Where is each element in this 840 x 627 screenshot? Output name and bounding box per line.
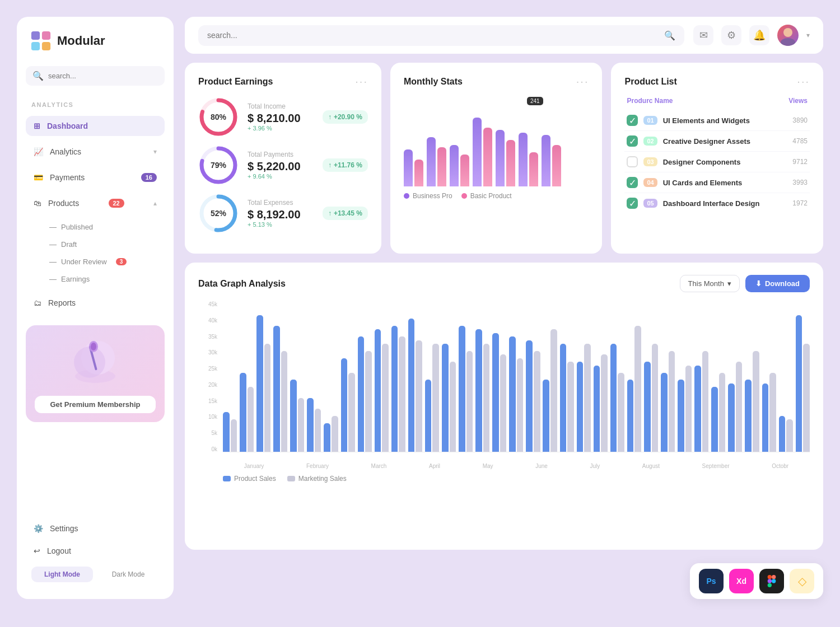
earnings-card-menu[interactable]: ··· — [355, 75, 368, 88]
sidebar-item-dashboard[interactable]: ⊞ Dashboard — [26, 116, 165, 136]
svg-point-6 — [74, 347, 105, 378]
big-chart: 45k40k35k30k25k20k15k10k5k0k — [198, 301, 810, 469]
big-bar-group-20 — [560, 344, 574, 452]
big-bar-blue-21 — [577, 362, 584, 452]
big-bar-group-4 — [290, 380, 304, 452]
big-bar-blue-24 — [627, 380, 634, 452]
product-name-1: Creative Designer Assets — [663, 137, 787, 146]
big-bar-gray-33 — [786, 419, 793, 452]
svg-rect-21 — [768, 579, 772, 583]
product-list-item-2: 03 Designer Components 9712 — [624, 152, 810, 172]
earnings-card-header: Product Earnings ··· — [198, 75, 368, 88]
photoshop-icon[interactable]: Ps — [699, 569, 724, 593]
subnav-draft[interactable]: — Draft — [43, 236, 165, 252]
earnings-label-2: Total Expenses — [248, 199, 314, 207]
product-checkbox-0[interactable]: ✓ — [627, 115, 638, 126]
light-mode-button[interactable]: Light Mode — [31, 567, 93, 582]
bar-purple-4 — [496, 130, 505, 186]
premium-illustration — [67, 334, 123, 390]
subnav-published[interactable]: — Published — [43, 219, 165, 235]
earnings-value-2: $ 8,192.00 — [248, 208, 314, 221]
big-bar-blue-32 — [762, 383, 769, 452]
bar-pink-6 — [552, 145, 561, 186]
product-checkbox-2[interactable] — [627, 156, 638, 167]
topbar-search-bar[interactable]: 🔍 — [198, 25, 684, 46]
subnav-under-review[interactable]: — Under Review 3 — [43, 254, 165, 270]
subnav-earnings[interactable]: — Earnings — [43, 271, 165, 287]
sidebar-item-logout-label: Logout — [47, 546, 71, 555]
bag-icon: 🛍 — [34, 199, 41, 208]
stats-card-menu[interactable]: ··· — [576, 75, 589, 88]
sidebar: Modular 🔍 ANALYTICS ⊞ Dashboard 📈 Analyt… — [17, 17, 174, 599]
sketch-icon[interactable]: ◇ — [790, 569, 814, 593]
sidebar-item-analytics[interactable]: 📈 Analytics ▾ — [26, 142, 165, 162]
bar-pink-5 — [529, 152, 538, 186]
big-bar-blue-31 — [745, 380, 752, 452]
chart-y-labels: 45k40k35k30k25k20k15k10k5k0k — [198, 301, 220, 452]
figma-icon[interactable] — [759, 569, 784, 593]
svg-point-11 — [781, 38, 795, 46]
big-bar-gray-8 — [365, 351, 372, 452]
product-name-4: Dashboard Interface Design — [663, 199, 787, 208]
dark-mode-button[interactable]: Dark Mode — [97, 567, 159, 582]
app-title: Modular — [57, 34, 105, 48]
svg-rect-22 — [768, 583, 772, 587]
big-bar-gray-18 — [534, 351, 540, 452]
notifications-button[interactable]: 🔔 — [749, 25, 769, 45]
svg-rect-0 — [31, 31, 40, 40]
bar-pink-4 — [506, 140, 515, 186]
big-chart-legend-item-1: Marketing Sales — [287, 475, 347, 483]
sidebar-item-reports[interactable]: 🗂 Reports — [26, 293, 165, 313]
premium-button[interactable]: Get Premium Membership — [35, 396, 156, 413]
earnings-badge-1: ↑ +11.76 % — [323, 158, 368, 172]
sidebar-item-products[interactable]: 🛍 Products 22 ▴ — [26, 193, 165, 213]
bar-pink-1 — [437, 147, 446, 186]
sidebar-item-reports-label: Reports — [48, 298, 76, 307]
big-bar-gray-25 — [652, 344, 659, 452]
chevron-down-icon: ▾ — [153, 148, 157, 156]
big-bar-blue-1 — [240, 373, 246, 452]
search-icon: 🔍 — [32, 71, 44, 81]
big-bar-group-9 — [375, 329, 389, 452]
topbar-search-input[interactable] — [207, 31, 659, 40]
user-avatar[interactable] — [777, 25, 799, 46]
product-checkbox-4[interactable]: ✓ — [627, 198, 638, 209]
product-views-3: 3993 — [792, 179, 808, 186]
product-checkbox-1[interactable]: ✓ — [627, 135, 638, 147]
product-list-menu[interactable]: ··· — [797, 75, 810, 88]
sidebar-item-logout[interactable]: ↩ Logout — [26, 541, 165, 561]
big-bar-blue-22 — [594, 366, 600, 452]
product-checkbox-3[interactable]: ✓ — [627, 177, 638, 188]
topbar-icons: ✉ ⚙ 🔔 ▾ — [693, 25, 810, 46]
products-subnav: — Published — Draft — Under Review 3 — E… — [26, 219, 165, 287]
sidebar-item-dashboard-label: Dashboard — [47, 121, 88, 130]
settings-button[interactable]: ⚙ — [721, 25, 741, 45]
big-bar-gray-2 — [264, 344, 271, 452]
sidebar-item-analytics-label: Analytics — [50, 147, 81, 156]
sidebar-item-settings[interactable]: ⚙️ Settings — [26, 518, 165, 539]
big-bar-gray-31 — [753, 351, 759, 452]
mail-button[interactable]: ✉ — [693, 25, 713, 45]
big-bar-blue-8 — [358, 336, 365, 452]
big-bar-gray-9 — [382, 344, 389, 452]
download-button[interactable]: ⬇ Download — [745, 275, 810, 292]
big-bar-blue-19 — [543, 380, 549, 452]
xd-icon[interactable]: Xd — [729, 569, 754, 593]
tools-bar: Ps Xd ◇ — [690, 563, 823, 599]
sidebar-search-input[interactable] — [48, 72, 158, 80]
chevron-up-icon: ▴ — [153, 199, 157, 207]
big-bar-blue-6 — [324, 423, 330, 452]
subnav-published-label: Published — [61, 223, 93, 231]
sidebar-item-payments[interactable]: 💳 Payments 16 — [26, 167, 165, 188]
stats-legend: Business ProBasic Product — [404, 192, 589, 200]
bar-purple-5 — [519, 133, 528, 186]
big-bar-gray-30 — [736, 362, 743, 452]
sidebar-search-bar[interactable]: 🔍 — [26, 66, 165, 86]
big-bar-group-14 — [459, 326, 473, 452]
big-bar-group-34 — [796, 315, 810, 452]
under-review-badge: 3 — [116, 258, 127, 265]
donut-label-1: 79% — [211, 161, 226, 170]
month-select[interactable]: This Month ▾ — [680, 275, 740, 292]
big-bar-gray-29 — [719, 373, 726, 452]
bar-purple-6 — [542, 135, 550, 186]
